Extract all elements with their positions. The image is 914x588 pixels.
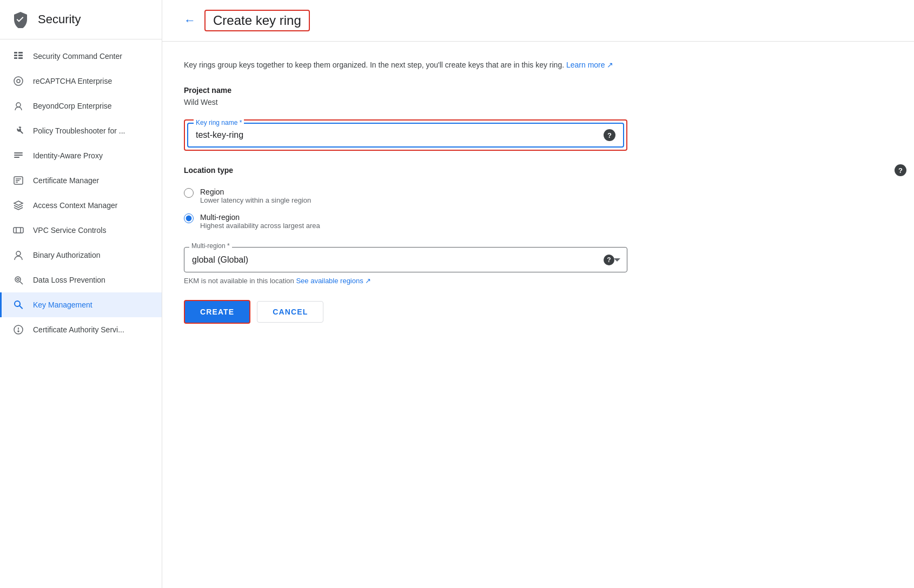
page-title: Create key ring [213, 13, 301, 28]
sidebar-item-policy-troubleshooter[interactable]: Policy Troubleshooter for ... [0, 118, 162, 143]
cert-authority-icon [12, 324, 24, 336]
vpc-icon [12, 224, 24, 236]
page-header: ← Create key ring [162, 0, 914, 42]
sidebar-item-label: Identity-Aware Proxy [33, 151, 103, 160]
region-sublabel: Lower latency within a single region [200, 196, 311, 204]
identity-icon [12, 150, 24, 162]
access-icon [12, 199, 24, 211]
multi-region-select[interactable]: global (Global) [192, 255, 600, 264]
svg-point-20 [15, 277, 21, 282]
key-ring-name-help-icon[interactable]: ? [604, 129, 615, 141]
wrench-icon [12, 125, 24, 137]
ekm-hint-text: EKM is not available in this location Se… [184, 277, 627, 285]
location-type-section: Location type ? [184, 166, 627, 175]
sidebar-item-vpc-service-controls[interactable]: VPC Service Controls [0, 218, 162, 243]
sidebar-title: Security [38, 12, 81, 26]
key-ring-name-field: Key ring name * ? [187, 123, 624, 148]
sidebar-item-label: reCAPTCHA Enterprise [33, 77, 112, 85]
main-content: ← Create key ring Key rings group keys t… [162, 0, 914, 588]
sidebar-header: Security [0, 0, 162, 39]
project-name-label: Project name [184, 86, 627, 95]
recaptcha-icon [12, 75, 24, 87]
back-button[interactable]: ← [184, 14, 196, 28]
sidebar-item-label: Policy Troubleshooter for ... [33, 126, 125, 135]
svg-rect-3 [18, 52, 23, 54]
multi-region-select-label: Multi-region * [189, 242, 232, 250]
description-text: Key rings group keys together to keep th… [184, 59, 627, 71]
key-ring-name-input[interactable] [196, 130, 596, 140]
multi-region-select-wrapper: Multi-region * global (Global) ? [184, 247, 627, 272]
sidebar-item-data-loss-prevention[interactable]: Data Loss Prevention [0, 268, 162, 292]
form-content: Key rings group keys together to keep th… [162, 42, 649, 341]
svg-rect-4 [18, 55, 23, 56]
key-ring-name-wrapper: Key ring name * ? [184, 119, 627, 151]
sidebar-item-access-context-manager[interactable]: Access Context Manager [0, 193, 162, 218]
sidebar-item-certificate-authority[interactable]: Certificate Authority Servi... [0, 317, 162, 342]
binary-auth-icon [12, 249, 24, 261]
svg-rect-9 [14, 152, 23, 153]
sidebar-item-label: Key Management [33, 300, 92, 309]
sidebar-item-label: Security Command Center [33, 52, 122, 61]
svg-point-19 [16, 251, 21, 256]
svg-rect-16 [14, 228, 23, 233]
sidebar: Security Security Command Center [0, 0, 162, 588]
sidebar-item-label: VPC Service Controls [33, 226, 106, 235]
key-management-icon [12, 299, 24, 311]
cancel-button[interactable]: CANCEL [257, 301, 323, 323]
sidebar-item-beyondcorp-enterprise[interactable]: BeyondCorp Enterprise [0, 93, 162, 118]
multi-region-label: Multi-region [200, 213, 320, 222]
beyondcorp-icon [12, 100, 24, 112]
location-type-radio-group: Region Lower latency within a single reg… [184, 183, 627, 234]
dlp-icon [12, 274, 24, 286]
svg-line-21 [20, 282, 23, 284]
multi-region-radio[interactable] [184, 213, 194, 223]
sidebar-item-recaptcha-enterprise[interactable]: reCAPTCHA Enterprise [0, 69, 162, 93]
sidebar-item-label: Access Context Manager [33, 201, 117, 210]
sidebar-item-key-management[interactable]: Key Management [0, 292, 162, 317]
create-button[interactable]: CREATE [184, 300, 250, 324]
region-label: Region [200, 188, 311, 196]
grid-icon [12, 50, 24, 62]
key-ring-name-label: Key ring name * [194, 119, 244, 126]
region-radio[interactable] [184, 188, 194, 198]
sidebar-item-binary-authorization[interactable]: Binary Authorization [0, 243, 162, 268]
multi-region-sublabel: Highest availability across largest area [200, 222, 320, 230]
svg-rect-11 [14, 157, 19, 158]
sidebar-item-label: Certificate Manager [33, 176, 99, 185]
certificate-icon [12, 175, 24, 186]
svg-rect-0 [14, 52, 17, 54]
svg-point-22 [17, 278, 19, 280]
svg-rect-2 [14, 57, 17, 59]
security-logo-icon [11, 10, 30, 29]
sidebar-item-label: Data Loss Prevention [33, 276, 105, 284]
svg-rect-5 [18, 57, 23, 59]
svg-rect-1 [14, 55, 17, 56]
svg-point-7 [17, 79, 20, 83]
radio-option-region[interactable]: Region Lower latency within a single reg… [184, 183, 627, 209]
sidebar-item-label: Binary Authorization [33, 251, 101, 259]
multi-region-help-icon[interactable]: ? [604, 255, 614, 265]
learn-more-link[interactable]: Learn more ↗ [566, 61, 613, 69]
radio-option-multi-region[interactable]: Multi-region Highest availability across… [184, 209, 627, 234]
location-type-help-icon[interactable]: ? [895, 164, 906, 176]
sidebar-item-certificate-manager[interactable]: Certificate Manager [0, 168, 162, 193]
multi-region-select-box[interactable]: global (Global) ? [184, 247, 627, 272]
sidebar-item-security-command-center[interactable]: Security Command Center [0, 44, 162, 69]
svg-rect-10 [14, 155, 23, 156]
svg-point-6 [14, 77, 23, 85]
svg-point-8 [16, 103, 21, 107]
project-name-value: Wild West [184, 98, 627, 106]
sidebar-item-identity-aware-proxy[interactable]: Identity-Aware Proxy [0, 143, 162, 168]
see-regions-link[interactable]: See available regions ↗ [296, 277, 371, 285]
sidebar-nav: Security Command Center reCAPTCHA Enterp… [0, 39, 162, 346]
form-buttons: CREATE CANCEL [184, 300, 627, 324]
page-title-box: Create key ring [204, 10, 310, 31]
svg-point-25 [18, 331, 19, 332]
sidebar-item-label: BeyondCorp Enterprise [33, 102, 112, 110]
sidebar-item-label: Certificate Authority Servi... [33, 325, 124, 334]
